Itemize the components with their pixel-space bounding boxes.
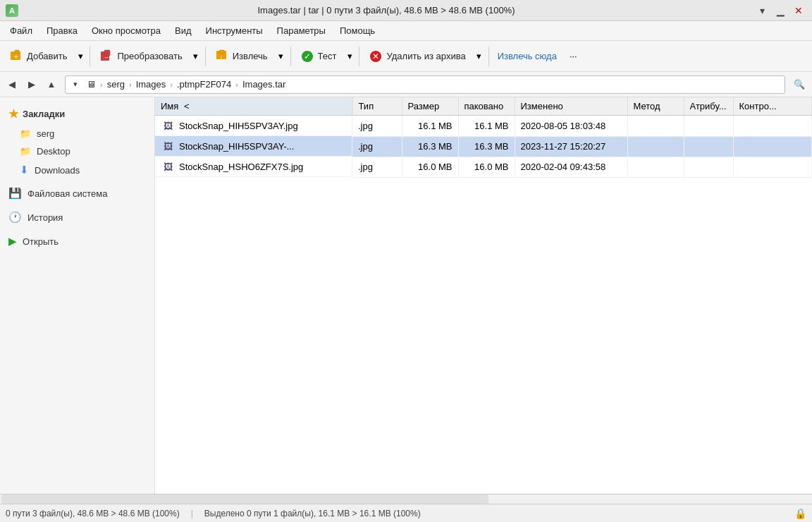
sidebar-filesystem-section: 💾 Файловая система [0,183,154,204]
table-row[interactable]: 🖼StockSnap_HIH5SPV3AY-....jpg16.3 MB16.3… [155,136,812,157]
titlebar-title: Images.tar | tar | 0 пути 3 файл(ы), 48.… [18,5,754,16]
delete-label: Удалить из архива [386,51,465,61]
table-row[interactable]: 🖼StockSnap_HSHO6ZFX7S.jpg.jpg16.0 MB16.0… [155,157,812,177]
sidebar-bookmarks-label: Закладки [23,109,65,119]
separator-2 [205,47,206,66]
menu-help[interactable]: Помощь [333,23,382,39]
file-list-body: 🖼StockSnap_HIH5SPV3AY.jpg.jpg16.1 MB16.1… [155,116,812,178]
path-container: ▾ 🖥 › serg › Images › .ptmpF2F074 › Imag… [65,75,785,94]
table-header-row: Имя < Тип Размер паковано Изменено Метод… [155,97,812,116]
add-button[interactable]: + Добавить [3,44,73,68]
titlebar-logo: A [6,4,18,17]
nav-forward-btn[interactable]: ▶ [23,75,41,94]
separator-4 [359,47,359,66]
convert-label: Преобразовать [117,51,182,61]
col-attr[interactable]: Атрибу... [684,97,733,116]
add-icon: + [8,49,24,64]
path-dropdown-btn[interactable]: ▾ [68,78,82,92]
more-button[interactable]: ··· [564,44,583,68]
col-type[interactable]: Тип [352,97,402,116]
file-thumbnail-icon: 🖼 [161,139,175,153]
svg-text:✕: ✕ [372,51,379,61]
file-type: .jpg [352,136,402,157]
table-row[interactable]: 🖼StockSnap_HIH5SPV3AY.jpg.jpg16.1 MB16.1… [155,116,812,137]
nav-up-btn[interactable]: ▲ [42,75,61,94]
file-size: 16.0 MB [402,157,458,177]
sidebar-history-item[interactable]: 🕐 История [0,207,154,228]
file-modified: 2023-11-27 15:20:27 [515,136,627,157]
file-attr [684,116,733,137]
menu-params[interactable]: Параметры [270,23,333,39]
separator-1 [90,47,90,66]
sidebar-serg-label: serg [37,128,54,139]
bookmark-star-icon: ★ [8,107,18,121]
file-packed: 16.1 MB [458,116,515,137]
menu-view[interactable]: Вид [168,23,199,39]
file-attr [684,136,733,157]
sidebar-item-serg[interactable]: 📁 serg [0,125,154,142]
folder-desktop-icon: 📁 [20,146,31,157]
col-packed[interactable]: паковано [458,97,515,116]
statusbar-left: 0 пути 3 файл(ы), 48.6 MB > 48.6 MB (100… [6,509,180,518]
path-seg-tmp[interactable]: .ptmpF2F074 [174,78,234,91]
menu-tools[interactable]: Инструменты [199,23,270,39]
test-dropdown[interactable]: ▾ [343,44,356,68]
titlebar: A Images.tar | tar | 0 пути 3 файл(ы), 4… [0,0,812,21]
path-sep-4: › [235,80,238,89]
sidebar-desktop-label: Desktop [37,146,70,157]
path-sep-1: › [100,80,103,89]
convert-button[interactable]: ↔ Преобразовать [93,44,187,68]
extract-button[interactable]: ↓ Извлечь [209,44,273,68]
sidebar-open-item[interactable]: ▶ Открыть [0,231,154,252]
col-method[interactable]: Метод [627,97,684,116]
menu-edit[interactable]: Правка [39,23,85,39]
titlebar-close-btn[interactable]: ✕ [791,3,806,18]
toolbar: + Добавить ▾ ↔ Преобразовать ▾ ↓ Извлечь… [0,41,812,72]
sidebar-filesystem-item[interactable]: 💾 Файловая система [0,183,154,204]
menubar: Файл Правка Окно просмотра Вид Инструмен… [0,21,812,41]
statusbar-right: Выделено 0 пути 1 файл(ы), 16.1 MB > 16.… [204,509,421,518]
col-name[interactable]: Имя < [155,97,352,116]
nav-back-btn[interactable]: ◀ [3,75,21,94]
file-thumbnail-icon: 🖼 [161,119,175,133]
download-icon: ⬇ [20,164,29,176]
file-modified: 2020-08-05 18:03:48 [515,116,627,137]
col-size[interactable]: Размер [402,97,458,116]
menu-view-window[interactable]: Окно просмотра [85,23,168,39]
separator-3 [290,47,291,66]
file-checksum [733,157,812,177]
sidebar-bookmarks-section: ★ Закладки 📁 serg 📁 Desktop ⬇ Downloads [0,103,154,180]
filesystem-icon: 💾 [8,187,22,200]
svg-text:↓: ↓ [219,53,223,60]
delete-button[interactable]: ✕ Удалить из архива [362,44,471,68]
hscrollbar[interactable] [0,494,812,504]
test-button[interactable]: ✓ Тест [294,44,343,68]
open-icon: ▶ [8,235,17,248]
delete-dropdown[interactable]: ▾ [473,44,486,68]
file-name: StockSnap_HIH5SPV3AY.jpg [179,121,298,131]
col-modified[interactable]: Изменено [515,97,627,116]
menu-file[interactable]: Файл [3,23,39,39]
search-btn[interactable]: 🔍 [789,75,809,95]
pathbar: ◀ ▶ ▲ ▾ 🖥 › serg › Images › .ptmpF2F074 … [0,72,812,97]
statusbar-lock: 🔒 [794,508,806,519]
file-packed: 16.3 MB [458,136,515,157]
extract-here-button[interactable]: Извлечь сюда [492,44,562,68]
filelist: Имя < Тип Размер паковано Изменено Метод… [155,97,812,494]
titlebar-minimize-btn[interactable]: ▁ [773,3,788,18]
col-checksum[interactable]: Контро... [733,97,812,116]
path-computer-icon[interactable]: 🖥 [84,78,99,91]
sidebar-item-desktop[interactable]: 📁 Desktop [0,142,154,160]
titlebar-dropdown-btn[interactable]: ▾ [754,3,770,18]
extract-label: Извлечь [233,51,268,61]
file-checksum [733,136,812,157]
sidebar-bookmarks-header[interactable]: ★ Закладки [0,103,154,125]
extract-dropdown[interactable]: ▾ [275,44,288,68]
test-icon: ✓ [300,49,315,64]
convert-dropdown[interactable]: ▾ [190,44,202,68]
add-dropdown[interactable]: ▾ [74,44,87,68]
path-seg-serg[interactable]: serg [104,78,128,91]
path-seg-archive[interactable]: Images.tar [240,78,288,91]
path-seg-images[interactable]: Images [133,78,169,91]
sidebar-item-downloads[interactable]: ⬇ Downloads [0,160,154,180]
